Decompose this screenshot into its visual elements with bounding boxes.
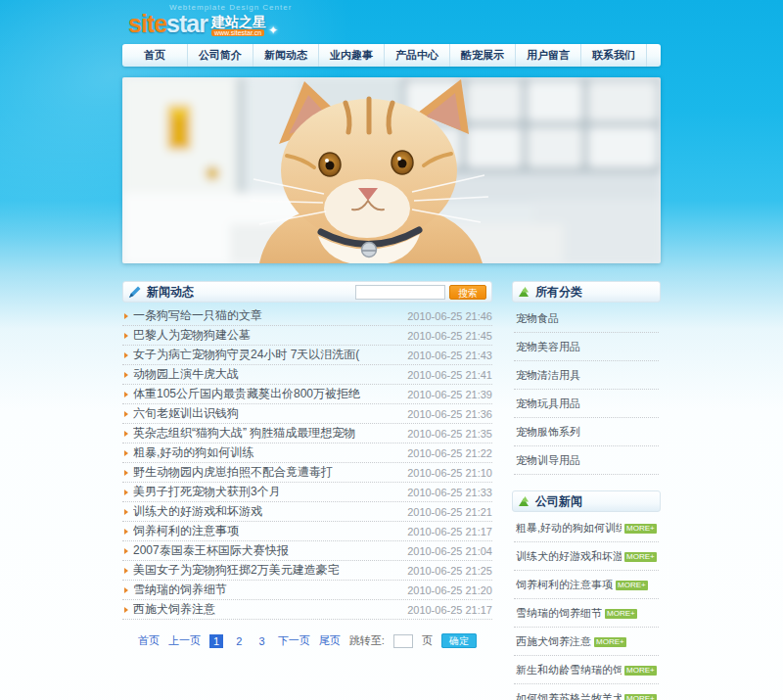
- pagination-jump-suffix: 页: [422, 634, 433, 646]
- tree-icon: [518, 495, 530, 507]
- pagination: 首页 上一页 1 2 3 下一页 尾页 跳转至: 页 确定: [122, 633, 492, 648]
- pagination-go-button[interactable]: 确定: [441, 633, 477, 648]
- pagination-first[interactable]: 首页: [138, 634, 160, 646]
- more-badge[interactable]: MORE+: [624, 552, 657, 562]
- pagination-page-2[interactable]: 2: [232, 634, 246, 648]
- company-news-section: 公司新闻 粗暴,好动的狗如何训练MORE+ 训练犬的好游戏和坏游戏MORE+ 饲…: [512, 490, 661, 700]
- nav-item-guestbook[interactable]: 用户留言: [516, 44, 581, 67]
- news-row[interactable]: 饲养柯利的注意事项2010-06-25 21:17: [122, 522, 492, 541]
- page-container: Webtemplate Design Center sitestar 建站之星 …: [122, 0, 661, 700]
- news-row[interactable]: 英杂志组织“猫狗大战” 狗胜猫成最理想宠物2010-06-25 21:35: [122, 424, 492, 443]
- logo-cn-name: 建站之星: [211, 15, 266, 28]
- arrow-bullet-icon: [124, 568, 128, 574]
- nav-item-news[interactable]: 新闻动态: [253, 44, 319, 67]
- category-item[interactable]: 宠物美容用品: [514, 333, 659, 361]
- search-input[interactable]: [355, 285, 445, 300]
- star-icon: ✦: [268, 24, 278, 36]
- news-row[interactable]: 训练犬的好游戏和坏游戏2010-06-25 21:21: [122, 502, 492, 522]
- logo-text-site: site: [128, 12, 166, 36]
- news-list: 一条狗写给一只猫的文章2010-06-25 21:46 巴黎人为宠物狗建公墓20…: [122, 306, 492, 620]
- pagination-last[interactable]: 尾页: [319, 634, 341, 646]
- arrow-bullet-icon: [124, 587, 128, 593]
- logo-url: www.sitestar.cn: [211, 29, 264, 36]
- pagination-jump-label: 跳转至:: [349, 634, 385, 646]
- news-row[interactable]: 野生动物园内虎崽拍照不配合竟遭毒打2010-06-25 21:10: [122, 463, 492, 483]
- more-badge[interactable]: MORE+: [624, 524, 657, 534]
- content-area: 新闻动态 搜索 一条狗写给一只猫的文章2010-06-25 21:46 巴黎人为…: [122, 281, 661, 700]
- news-row[interactable]: 粗暴,好动的狗如何训练2010-06-25 21:22: [122, 443, 492, 463]
- news-row[interactable]: 雪纳瑞的饲养细节2010-06-25 21:20: [122, 581, 492, 600]
- nav-item-industry-fun[interactable]: 业内趣事: [319, 44, 385, 67]
- company-news-item[interactable]: 如何饲养苏格兰牧羊犬MORE+: [514, 684, 659, 700]
- pagination-next[interactable]: 下一页: [278, 634, 310, 646]
- nav-item-products[interactable]: 产品中心: [385, 44, 450, 67]
- pencil-icon: [128, 285, 142, 299]
- more-badge[interactable]: MORE+: [624, 666, 657, 676]
- categories-header: 所有分类: [512, 281, 661, 303]
- logo-text-star: star: [166, 12, 207, 36]
- cat-banner-illustration: [122, 77, 661, 263]
- news-row[interactable]: 一条狗写给一只猫的文章2010-06-25 21:46: [122, 306, 492, 326]
- arrow-bullet-icon: [124, 352, 128, 358]
- category-item[interactable]: 宠物训导用品: [514, 446, 659, 475]
- category-item[interactable]: 宠物服饰系列: [514, 418, 659, 446]
- arrow-bullet-icon: [124, 431, 128, 437]
- company-news-item[interactable]: 新生和幼龄雪纳瑞的饲养MORE+: [514, 656, 659, 684]
- category-item[interactable]: 宠物玩具用品: [514, 390, 659, 418]
- nav-item-about[interactable]: 公司简介: [188, 44, 253, 67]
- news-row[interactable]: 巴黎人为宠物狗建公墓2010-06-25 21:45: [122, 326, 492, 346]
- arrow-bullet-icon: [124, 548, 128, 554]
- news-row[interactable]: 动物园上演牛虎大战2010-06-25 21:41: [122, 365, 492, 385]
- arrow-bullet-icon: [124, 392, 128, 397]
- arrow-bullet-icon: [124, 372, 128, 378]
- company-news-item[interactable]: 西施犬饲养注意MORE+: [514, 628, 659, 656]
- news-row[interactable]: 美男子打死宠物犬获刑3个月2010-06-25 21:33: [122, 483, 492, 502]
- categories-section: 所有分类 宠物食品 宠物美容用品 宠物清洁用具 宠物玩具用品 宠物服饰系列 宠物…: [512, 281, 661, 481]
- nav-item-pet-show[interactable]: 酷宠展示: [450, 44, 516, 67]
- arrow-bullet-icon: [124, 509, 128, 515]
- company-news-item[interactable]: 雪纳瑞的饲养细节MORE+: [514, 599, 659, 628]
- pagination-jump-input[interactable]: [393, 634, 413, 648]
- news-row[interactable]: 女子为病亡宠物狗守灵24小时 7天以泪洗面(2010-06-25 21:43: [122, 346, 492, 365]
- arrow-bullet-icon: [124, 470, 128, 476]
- company-news-item[interactable]: 训练犬的好游戏和坏游戏MORE+: [514, 542, 659, 571]
- more-badge[interactable]: MORE+: [624, 694, 657, 700]
- arrow-bullet-icon: [124, 333, 128, 339]
- arrow-bullet-icon: [124, 607, 128, 613]
- news-row[interactable]: 2007泰国泰王杯国际犬赛快报2010-06-25 21:04: [122, 541, 492, 561]
- search-button[interactable]: 搜索: [449, 285, 486, 300]
- company-news-item[interactable]: 饲养柯利的注意事项MORE+: [514, 571, 659, 599]
- pagination-page-1[interactable]: 1: [209, 634, 223, 648]
- more-badge[interactable]: MORE+: [605, 609, 637, 619]
- news-column: 新闻动态 搜索 一条狗写给一只猫的文章2010-06-25 21:46 巴黎人为…: [122, 281, 492, 648]
- banner-cat-photo: [122, 77, 661, 263]
- more-badge[interactable]: MORE+: [616, 581, 648, 590]
- news-row[interactable]: 六旬老妪训出识钱狗2010-06-25 21:36: [122, 404, 492, 424]
- main-nav: 首页 公司简介 新闻动态 业内趣事 产品中心 酷宠展示 用户留言 联系我们: [122, 44, 661, 67]
- arrow-bullet-icon: [124, 529, 128, 535]
- category-item[interactable]: 宠物食品: [514, 304, 659, 333]
- news-panel-header: 新闻动态 搜索: [122, 281, 492, 303]
- company-news-header: 公司新闻: [512, 490, 661, 512]
- company-news-item[interactable]: 粗暴,好动的狗如何训练MORE+: [514, 514, 659, 542]
- news-row[interactable]: 美国女子为宠物狗狂掷2万美元建造豪宅2010-06-25 21:25: [122, 561, 492, 581]
- arrow-bullet-icon: [124, 490, 128, 495]
- tree-icon: [518, 286, 530, 298]
- more-badge[interactable]: MORE+: [594, 637, 626, 647]
- pagination-prev[interactable]: 上一页: [168, 634, 201, 646]
- nav-item-home[interactable]: 首页: [122, 44, 188, 67]
- nav-item-contact[interactable]: 联系我们: [581, 44, 647, 67]
- news-row[interactable]: 西施犬饲养注意2010-06-25 21:17: [122, 600, 492, 620]
- site-logo[interactable]: Webtemplate Design Center sitestar 建站之星 …: [128, 3, 292, 36]
- category-item[interactable]: 宠物清洁用具: [514, 361, 659, 390]
- news-panel-title: 新闻动态: [147, 284, 194, 301]
- pagination-page-3[interactable]: 3: [254, 634, 268, 648]
- sidebar: 所有分类 宠物食品 宠物美容用品 宠物清洁用具 宠物玩具用品 宠物服饰系列 宠物…: [512, 281, 661, 700]
- arrow-bullet-icon: [124, 313, 128, 319]
- site-header: Webtemplate Design Center sitestar 建站之星 …: [122, 0, 661, 44]
- arrow-bullet-icon: [124, 411, 128, 417]
- news-row[interactable]: 体重105公斤国内最贵藏獒出价800万被拒绝2010-06-25 21:39: [122, 385, 492, 404]
- arrow-bullet-icon: [124, 450, 128, 456]
- company-news-title: 公司新闻: [535, 493, 582, 510]
- categories-title: 所有分类: [535, 284, 582, 301]
